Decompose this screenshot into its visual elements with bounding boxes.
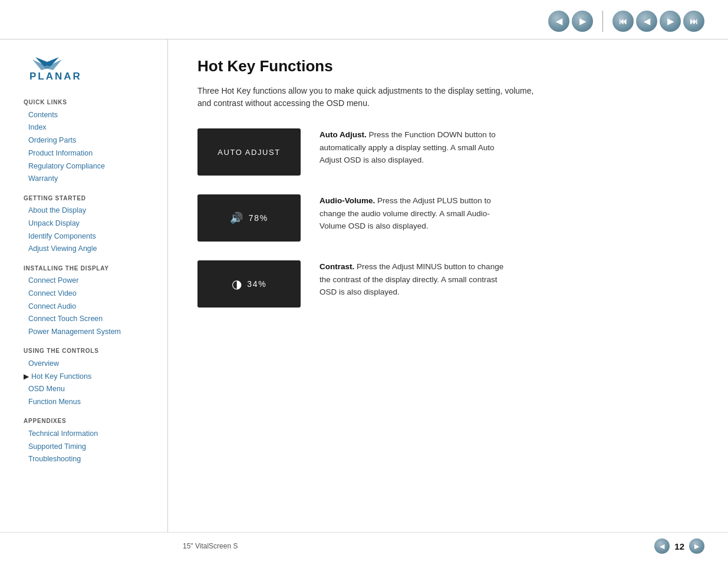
- function-item-auto-adjust: AUTO ADJUST Auto Adjust. Press the Funct…: [197, 128, 693, 176]
- osd-contrast: ◑ 34%: [197, 260, 301, 308]
- sidebar-link-osd-menu[interactable]: OSD Menu: [24, 383, 156, 396]
- function-title-auto-adjust: Auto Adjust.: [319, 130, 367, 139]
- function-items-list: AUTO ADJUST Auto Adjust. Press the Funct…: [197, 128, 693, 308]
- svg-text:PLANAR: PLANAR: [29, 71, 82, 82]
- sidebar-link-index[interactable]: Index: [24, 121, 156, 134]
- osd-audio-label: 78%: [249, 213, 268, 223]
- footer-page-number: 12: [674, 541, 684, 551]
- page-title: Hot Key Functions: [197, 57, 693, 75]
- section-title-controls: USING THE CONTROLS: [24, 348, 156, 354]
- function-desc-auto-adjust: Auto Adjust. Press the Function DOWN but…: [319, 128, 508, 167]
- top-header: ◀ ▶ ⏮ ◀ ▶ ⏭: [0, 0, 728, 39]
- sidebar-link-identify-components[interactable]: Identify Components: [24, 230, 156, 243]
- sidebar: PLANAR QUICK LINKS Contents Index Orderi…: [0, 39, 168, 532]
- sidebar-link-connect-touch-screen[interactable]: Connect Touch Screen: [24, 313, 156, 326]
- sidebar-section-appendixes: APPENDIXES Technical Information Support…: [24, 418, 156, 465]
- nav-divider: [602, 11, 603, 32]
- sidebar-section-controls: USING THE CONTROLS Overview ▶ Hot Key Fu…: [24, 348, 156, 408]
- nav-group-prevnext: ◀ ▶: [548, 11, 593, 32]
- section-title-getting-started: GETTING STARTED: [24, 195, 156, 201]
- sidebar-link-about-display[interactable]: About the Display: [24, 204, 156, 217]
- sidebar-link-function-menus[interactable]: Function Menus: [24, 396, 156, 409]
- sidebar-section-getting-started: GETTING STARTED About the Display Unpack…: [24, 195, 156, 256]
- nav-group-jump: ⏮ ◀ ▶ ⏭: [612, 11, 704, 32]
- sidebar-link-power-management[interactable]: Power Management System: [24, 326, 156, 339]
- sidebar-link-connect-power[interactable]: Connect Power: [24, 275, 156, 287]
- sidebar-link-ordering-parts[interactable]: Ordering Parts: [24, 134, 156, 147]
- planar-logo: PLANAR: [24, 51, 106, 84]
- nav-next-button[interactable]: ▶: [572, 11, 593, 32]
- nav-last-button[interactable]: ⏭: [683, 11, 704, 32]
- function-title-contrast: Contrast.: [319, 262, 354, 271]
- osd-audio-volume: 🔊 78%: [197, 194, 301, 242]
- sidebar-link-technical-information[interactable]: Technical Information: [24, 427, 156, 440]
- sidebar-link-adjust-viewing-angle[interactable]: Adjust Viewing Angle: [24, 243, 156, 256]
- function-desc-contrast: Contrast. Press the Adjust MINUS button …: [319, 260, 508, 299]
- content-area: Hot Key Functions Three Hot Key function…: [168, 39, 728, 532]
- function-desc-audio-volume: Audio-Volume. Press the Adjust PLUS butt…: [319, 194, 508, 233]
- footer-nav: ◀ 12 ▶: [654, 538, 704, 554]
- sidebar-link-troubleshooting[interactable]: Troubleshooting: [24, 453, 156, 466]
- sidebar-link-regulatory-compliance[interactable]: Regulatory Compliance: [24, 160, 156, 173]
- active-arrow-icon: ▶: [24, 371, 29, 382]
- logo-area: PLANAR: [24, 51, 156, 86]
- sidebar-link-product-information[interactable]: Product Information: [24, 147, 156, 160]
- nav-forward-button[interactable]: ▶: [660, 11, 681, 32]
- section-title-quick-links: QUICK LINKS: [24, 99, 156, 105]
- footer-next-button[interactable]: ▶: [689, 538, 704, 554]
- sidebar-link-supported-timing[interactable]: Supported Timing: [24, 440, 156, 453]
- sidebar-link-unpack-display[interactable]: Unpack Display: [24, 217, 156, 230]
- osd-contrast-label: 34%: [247, 279, 266, 289]
- function-title-audio-volume: Audio-Volume.: [319, 196, 375, 205]
- audio-icon: 🔊: [230, 211, 244, 224]
- nav-first-button[interactable]: ⏮: [612, 11, 634, 32]
- sidebar-link-hot-key-functions[interactable]: ▶ Hot Key Functions: [24, 370, 156, 383]
- function-item-audio-volume: 🔊 78% Audio-Volume. Press the Adjust PLU…: [197, 194, 693, 242]
- nav-controls: ◀ ▶ ⏮ ◀ ▶ ⏭: [548, 11, 704, 32]
- footer: 15" VitalScreen S ◀ 12 ▶: [0, 532, 728, 562]
- footer-product-name: 15" VitalScreen S: [183, 542, 238, 550]
- section-title-appendixes: APPENDIXES: [24, 418, 156, 424]
- nav-prev-button[interactable]: ◀: [548, 11, 569, 32]
- osd-auto-adjust: AUTO ADJUST: [197, 128, 301, 176]
- footer-prev-button[interactable]: ◀: [654, 538, 670, 554]
- sidebar-link-warranty[interactable]: Warranty: [24, 173, 156, 186]
- sidebar-section-quick-links: QUICK LINKS Contents Index Ordering Part…: [24, 99, 156, 186]
- sidebar-link-contents[interactable]: Contents: [24, 108, 156, 121]
- intro-text: Three Hot Key functions allow you to mak…: [197, 85, 539, 110]
- sidebar-link-connect-video[interactable]: Connect Video: [24, 287, 156, 300]
- osd-auto-adjust-label: AUTO ADJUST: [218, 148, 281, 157]
- sidebar-section-installing: INSTALLING THE DISPLAY Connect Power Con…: [24, 265, 156, 339]
- sidebar-link-overview[interactable]: Overview: [24, 357, 156, 370]
- sidebar-link-connect-audio[interactable]: Connect Audio: [24, 300, 156, 313]
- nav-back-button[interactable]: ◀: [636, 11, 657, 32]
- section-title-installing: INSTALLING THE DISPLAY: [24, 265, 156, 272]
- main-layout: PLANAR QUICK LINKS Contents Index Orderi…: [0, 39, 728, 532]
- function-item-contrast: ◑ 34% Contrast. Press the Adjust MINUS b…: [197, 260, 693, 308]
- contrast-icon: ◑: [232, 277, 243, 291]
